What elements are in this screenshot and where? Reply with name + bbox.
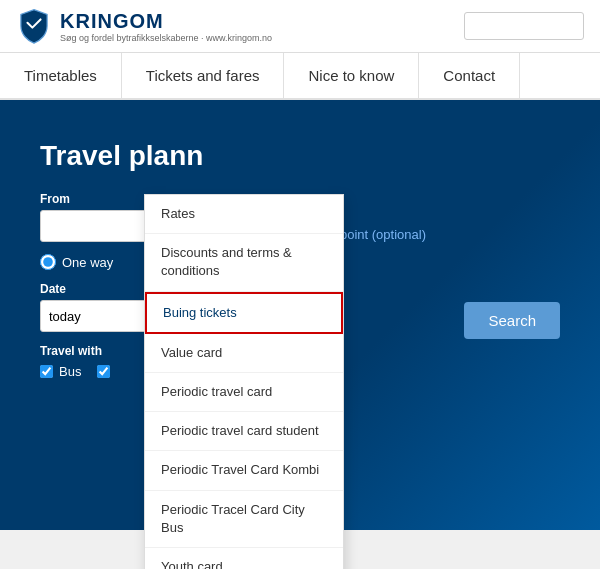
dropdown-item-youth-card[interactable]: Youth card bbox=[145, 548, 343, 569]
dropdown-item-periodic-tracel-card-city-bus[interactable]: Periodic Tracel Card City Bus bbox=[145, 491, 343, 548]
bus-checkbox-label[interactable]: Bus bbox=[40, 364, 81, 379]
page-wrapper: KRINGOM Søg og fordel bytrafikkselskaber… bbox=[0, 0, 600, 530]
one-way-radio-label[interactable]: One way bbox=[40, 254, 113, 270]
logo-text: KRINGOM Søg og fordel bytrafikkselskaber… bbox=[60, 10, 272, 43]
bus2-checkbox-label[interactable] bbox=[97, 365, 110, 378]
date-input[interactable] bbox=[40, 300, 160, 332]
nav-item-contact[interactable]: Contact bbox=[419, 53, 520, 98]
page-title: Travel plann bbox=[40, 140, 560, 172]
search-button[interactable]: Search bbox=[464, 302, 560, 339]
bus-checkbox[interactable] bbox=[40, 365, 53, 378]
header-search-input[interactable] bbox=[464, 12, 584, 40]
dropdown-item-periodic-travel-card-kombi[interactable]: Periodic Travel Card Kombi bbox=[145, 451, 343, 490]
bus-label: Bus bbox=[59, 364, 81, 379]
dropdown-item-periodic-travel-card-student[interactable]: Periodic travel card student bbox=[145, 412, 343, 451]
nav: Timetables Tickets and fares Nice to kno… bbox=[0, 53, 600, 100]
main-area: Travel plann From Via Select via point (… bbox=[0, 100, 600, 530]
dropdown-menu: Rates Discounts and terms & conditions B… bbox=[144, 194, 344, 569]
logo-area: KRINGOM Søg og fordel bytrafikkselskaber… bbox=[16, 8, 272, 44]
date-group: Date bbox=[40, 282, 160, 332]
nav-item-nice-to-know[interactable]: Nice to know bbox=[284, 53, 419, 98]
dropdown-item-buying-tickets[interactable]: Buing tickets bbox=[145, 292, 343, 334]
dropdown-item-value-card[interactable]: Value card bbox=[145, 334, 343, 373]
dropdown-item-rates[interactable]: Rates bbox=[145, 195, 343, 234]
dropdown-item-discounts[interactable]: Discounts and terms & conditions bbox=[145, 234, 343, 291]
logo-tagline: Søg og fordel bytrafikkselskaberne · www… bbox=[60, 33, 272, 43]
bus2-checkbox[interactable] bbox=[97, 365, 110, 378]
dropdown-item-periodic-travel-card[interactable]: Periodic travel card bbox=[145, 373, 343, 412]
one-way-radio[interactable] bbox=[40, 254, 56, 270]
date-label: Date bbox=[40, 282, 160, 296]
header: KRINGOM Søg og fordel bytrafikkselskaber… bbox=[0, 0, 600, 53]
logo-shield-icon bbox=[16, 8, 52, 44]
nav-item-timetables[interactable]: Timetables bbox=[0, 53, 122, 98]
nav-item-tickets-fares[interactable]: Tickets and fares bbox=[122, 53, 285, 98]
logo-name: KRINGOM bbox=[60, 10, 272, 33]
one-way-label: One way bbox=[62, 255, 113, 270]
